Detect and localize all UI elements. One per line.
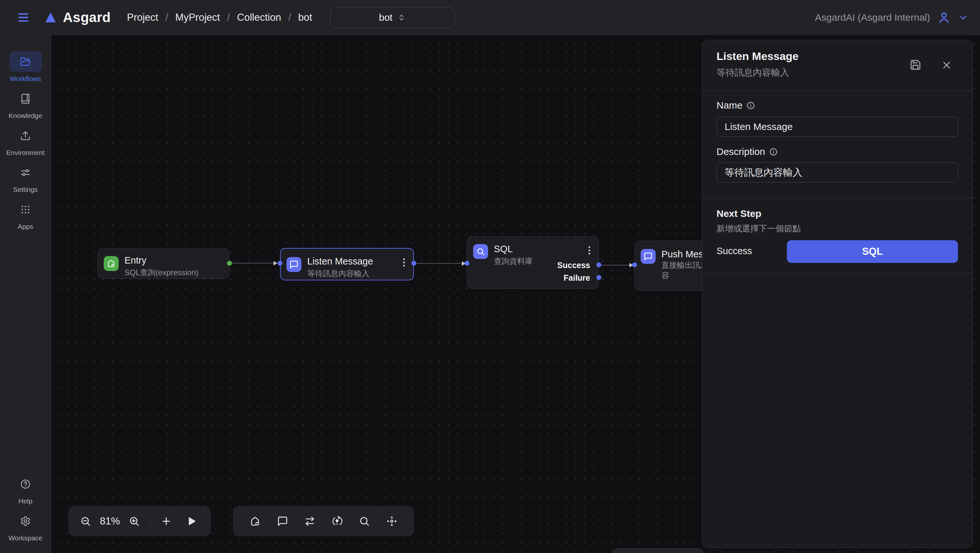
panel-divider [702, 198, 972, 198]
workflow-select-value: bot [379, 12, 393, 23]
lightbulb-cycle-icon [331, 516, 342, 527]
inspector-title: Listen Message [716, 50, 799, 62]
node-palette-toolbar [233, 506, 414, 536]
inspector-subtitle: 等待訊息內容輸入 [716, 67, 789, 79]
breadcrumb-separator: / [288, 12, 291, 23]
edge-sql-success-to-push [600, 265, 629, 266]
description-input[interactable] [716, 163, 958, 183]
book-icon [20, 93, 31, 104]
push-message-node-icon [641, 249, 655, 264]
breadcrumb-bot[interactable]: bot [298, 12, 312, 23]
sidebar-label: Settings [13, 186, 38, 193]
output-label-success: Success [557, 261, 590, 270]
sidebar-label: Workspace [8, 534, 43, 542]
info-icon[interactable] [769, 148, 778, 156]
entry-node-icon [104, 256, 119, 271]
asgard-logo[interactable]: Asgard [43, 10, 111, 25]
port-sql-success-output[interactable] [597, 263, 601, 268]
node-subtitle: 等待訊息內容輸入 [307, 268, 369, 279]
listen-message-node-icon [286, 257, 301, 272]
move-diamonds-icon [386, 516, 397, 527]
info-icon[interactable] [746, 101, 755, 110]
plus-icon [161, 516, 172, 527]
triangle-logo-icon [43, 11, 58, 24]
chevrons-up-down-icon [397, 13, 406, 22]
breadcrumb-collection[interactable]: Collection [237, 12, 281, 23]
workflow-canvas[interactable]: Entry SQL查詢(expression) Listen Message 等… [51, 35, 980, 553]
account-label: AsgardAI (Asgard Internal) [815, 12, 930, 23]
sidebar-item-settings[interactable]: Settings [10, 162, 42, 193]
swap-arrows-button[interactable] [304, 516, 315, 527]
kebab-menu-icon[interactable] [402, 257, 406, 268]
help-circle-icon [20, 479, 31, 489]
search-icon [476, 247, 485, 256]
kebab-menu-icon[interactable] [587, 245, 592, 256]
grid-dots-icon [20, 204, 31, 215]
close-panel-button[interactable] [941, 59, 953, 72]
message-bubble-icon [277, 516, 288, 527]
breadcrumb-project[interactable]: Project [127, 12, 158, 23]
node-title: SQL [494, 244, 513, 255]
port-sql-failure-output[interactable] [597, 275, 601, 280]
zoom-in-icon [129, 516, 140, 527]
breadcrumb-separator: / [165, 12, 168, 23]
zoom-level: 81% [100, 515, 120, 527]
add-message-node-button[interactable] [277, 516, 288, 527]
account-menu[interactable]: AsgardAI (Asgard Internal) [815, 11, 968, 24]
port-sql-input[interactable] [465, 261, 469, 266]
bottom-drawer[interactable] [612, 548, 703, 553]
sidebar-label: Help [19, 497, 32, 505]
hamburger-menu-icon[interactable] [14, 8, 33, 27]
search-node-button[interactable] [359, 516, 370, 527]
panel-divider [702, 273, 972, 273]
next-step-row-label: Success [716, 246, 752, 257]
home-plus-icon [107, 259, 116, 268]
port-listen-input[interactable] [278, 261, 283, 266]
node-subtitle: SQL查詢(expression) [124, 268, 198, 278]
zoom-out-button[interactable] [80, 516, 91, 527]
sidebar-item-apps[interactable]: Apps [10, 199, 42, 231]
next-step-subtitle: 新增或選擇下一個節點 [716, 223, 801, 234]
add-node-button[interactable] [161, 516, 172, 527]
node-entry[interactable]: Entry SQL查詢(expression) [97, 248, 229, 279]
move-steps-button[interactable] [386, 516, 397, 527]
port-push-input[interactable] [632, 263, 637, 268]
name-input[interactable] [716, 117, 958, 137]
node-inspector-panel: Listen Message 等待訊息內容輸入 Name Description… [702, 40, 973, 548]
search-icon [359, 516, 370, 527]
port-entry-output[interactable] [227, 261, 232, 266]
workflow-select[interactable]: bot [330, 7, 455, 28]
top-bar: Asgard Project / MyProject / Collection … [0, 0, 980, 35]
zoom-in-button[interactable] [129, 516, 140, 527]
output-label-failure: Failure [563, 273, 590, 283]
sql-node-icon [473, 244, 488, 259]
sidebar-item-workflows[interactable]: Workflows [10, 51, 42, 83]
node-listen-message[interactable]: Listen Message 等待訊息內容輸入 [280, 248, 414, 280]
chevron-down-icon [958, 12, 968, 23]
sidebar-label: Workflows [10, 75, 41, 83]
sidebar-label: Knowledge [9, 112, 43, 120]
sidebar-item-help[interactable]: Help [10, 473, 42, 505]
save-button[interactable] [910, 59, 921, 72]
sidebar-item-environment[interactable]: Environment [6, 125, 45, 156]
close-icon [941, 59, 953, 71]
folder-open-icon [20, 56, 31, 67]
node-sql[interactable]: SQL 查詢資料庫 Success Failure [467, 236, 599, 289]
node-title: Listen Message [307, 256, 373, 267]
breadcrumb-myproject[interactable]: MyProject [175, 12, 220, 23]
description-label-text: Description [716, 146, 765, 157]
arrow-right-left-icon [304, 516, 315, 527]
next-step-title: Next Step [716, 208, 761, 219]
run-workflow-button[interactable] [186, 516, 197, 527]
next-step-target-button[interactable]: SQL [787, 240, 958, 263]
intent-cycle-button[interactable] [331, 516, 342, 527]
port-listen-output[interactable] [412, 261, 417, 266]
sidebar-item-knowledge[interactable]: Knowledge [9, 88, 43, 120]
play-icon [186, 516, 197, 527]
sidebar-label: Environment [6, 149, 45, 156]
add-entry-node-button[interactable] [250, 516, 261, 527]
sidebar-item-workspace[interactable]: Workspace [8, 510, 43, 542]
breadcrumb: Project / MyProject / Collection / bot [127, 12, 312, 23]
upload-icon [20, 130, 31, 141]
node-title: Entry [124, 255, 146, 266]
